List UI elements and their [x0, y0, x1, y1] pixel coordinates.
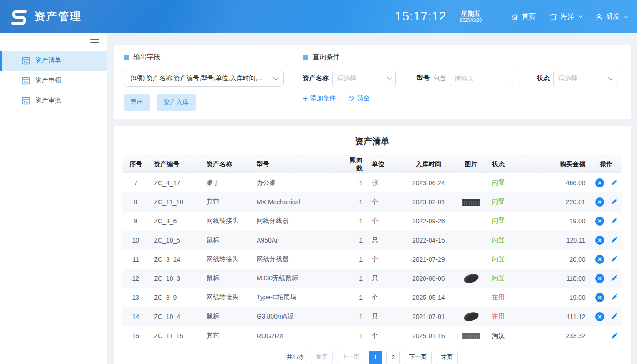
add-condition-label: 添加条件 — [310, 94, 336, 102]
chevron-down-icon — [273, 75, 278, 80]
home-icon — [511, 13, 519, 20]
cell-book_qty: 1 — [340, 288, 368, 307]
date-block: 星期五 2025/6/20 — [460, 10, 482, 23]
status-badge: 在用 — [492, 293, 505, 301]
edit-button[interactable] — [611, 256, 617, 263]
cell-model: A950Air — [252, 231, 340, 250]
asset-table-body: 7ZC_4_17桌子办公桌1张2023-06-24闲置466.00×8ZC_11… — [122, 173, 622, 345]
edit-button[interactable] — [611, 333, 617, 339]
status-badge: 在用 — [492, 313, 505, 320]
cell-asset_no: ZC_10_4 — [150, 307, 202, 326]
collapse-menu-icon[interactable] — [90, 37, 99, 47]
table-row: 15ZC_11_15其它ROG2RX1个2025-01-16淘汰233.32 — [122, 326, 622, 345]
asset-inbound-button[interactable]: 资产入库 — [157, 94, 196, 111]
cell-asset_no: ZC_3_14 — [150, 250, 202, 269]
mouse-image — [463, 272, 480, 284]
edit-button[interactable] — [611, 237, 617, 243]
pagination-prev-button: 上一页 — [337, 351, 364, 364]
pagination-next-button[interactable]: 下一页 — [404, 351, 432, 364]
cell-in_date: 2023-06-24 — [402, 173, 455, 192]
cell-unit: 个 — [367, 250, 402, 269]
edit-button[interactable] — [611, 275, 617, 282]
delete-button[interactable]: × — [595, 293, 604, 302]
cell-asset_name: 鼠标 — [202, 307, 252, 326]
delete-button[interactable]: × — [595, 274, 604, 283]
table-row: 10ZC_10_5鼠标A950Air1只2022-04-15闲置120.11× — [122, 231, 622, 250]
clear-button[interactable]: 清空 — [348, 94, 370, 102]
cell-image — [455, 192, 488, 212]
cell-asset_name: 网线转接头 — [202, 212, 252, 231]
status-select[interactable]: 请选择 — [553, 71, 617, 86]
edit-button[interactable] — [611, 217, 617, 224]
delete-button[interactable]: × — [595, 217, 604, 226]
table-row: 14ZC_10_4鼠标G3 800mA版1只2021-07-01在用111.12… — [122, 307, 622, 326]
nav-org-label: 海洋 — [561, 12, 574, 21]
delete-button[interactable]: × — [595, 178, 604, 187]
chevron-down-icon — [578, 14, 583, 18]
cell-unit: 个 — [367, 192, 402, 212]
sidebar-item-asset-claim[interactable]: 资产申领 — [0, 71, 107, 91]
cell-in_date: 2023-02-01 — [402, 192, 455, 212]
clock-divider — [453, 9, 453, 25]
output-fields-select-value: (9项) 资产名称,资产编号,型号,单位,入库时间,... — [131, 74, 273, 82]
edit-button[interactable] — [611, 313, 617, 320]
cell-actions: × — [590, 212, 623, 231]
cell-book_qty: 1 — [340, 212, 368, 231]
cell-model: G3 800mA版 — [252, 307, 340, 326]
cell-status: 闲置 — [487, 192, 542, 212]
date-label: 2025/6/20 — [460, 17, 482, 23]
chevron-down-icon — [608, 75, 613, 80]
cell-model: MX Mechanical — [252, 192, 340, 212]
export-button[interactable]: 导出 — [124, 94, 150, 111]
sidebar-item-label: 资产清单 — [35, 56, 61, 65]
edit-button[interactable] — [611, 198, 617, 205]
status-badge: 闲置 — [492, 274, 505, 282]
sidebar-menu: 资产清单 资产申领 资产审批 — [0, 51, 107, 111]
delete-button[interactable]: × — [595, 197, 604, 207]
column-header-asset_name: 资产名称 — [202, 155, 252, 173]
pagination-page-1[interactable]: 1 — [369, 351, 382, 364]
edit-button[interactable] — [611, 294, 617, 301]
cell-image — [455, 269, 488, 288]
output-fields-select[interactable]: (9项) 资产名称,资产编号,型号,单位,入库时间,... — [124, 70, 284, 87]
asset-table: 序号资产编号资产名称型号账面数单位入库时间图片状态购买金额操作 7ZC_4_17… — [122, 155, 622, 345]
table-title: 资产清单 — [122, 136, 622, 147]
cell-actions: × — [590, 192, 623, 212]
asset-name-select[interactable]: 请选择 — [332, 71, 396, 86]
cell-actions: × — [590, 269, 623, 288]
table-row: 13ZC_3_9网线转接头Type-C拓展坞1个2025-05-14在用19.0… — [122, 288, 622, 307]
cell-model: 网线分线器 — [252, 250, 340, 269]
cell-book_qty: 1 — [340, 326, 368, 345]
cell-status: 闲置 — [487, 250, 542, 269]
sidebar-item-asset-approval[interactable]: 资产审批 — [0, 91, 107, 111]
cell-actions: × — [590, 288, 623, 307]
cell-model: M330无线鼠标 — [252, 269, 340, 288]
cell-actions: × — [590, 231, 623, 250]
add-condition-button[interactable]: + 添加条件 — [303, 94, 336, 102]
model-input[interactable] — [450, 71, 513, 86]
delete-button[interactable]: × — [595, 255, 604, 264]
cell-index: 10 — [122, 231, 150, 250]
asset-list-icon — [22, 57, 30, 65]
delete-button[interactable]: × — [595, 236, 604, 245]
cell-image — [455, 173, 488, 192]
clear-brush-icon — [348, 95, 354, 102]
cell-index: 15 — [122, 326, 150, 345]
section-divider — [345, 57, 621, 57]
cell-amount: 19.00 — [542, 212, 590, 231]
sidebar-item-asset-list[interactable]: 资产清单 — [0, 51, 107, 71]
nav-home[interactable]: 首页 — [511, 12, 536, 21]
column-header-status: 状态 — [487, 155, 542, 173]
edit-button[interactable] — [611, 179, 617, 186]
cell-asset_name: 其它 — [202, 326, 252, 345]
chevron-down-icon — [624, 14, 628, 18]
pagination-last-button[interactable]: 末页 — [436, 351, 458, 364]
status-badge: 淘汰 — [492, 332, 505, 339]
delete-button[interactable]: × — [595, 312, 604, 321]
pagination-page-2[interactable]: 2 — [386, 351, 400, 364]
nav-org[interactable]: 海洋 — [549, 12, 581, 21]
cell-index: 8 — [122, 192, 150, 212]
cell-book_qty: 1 — [340, 269, 368, 288]
model-label: 型号 — [417, 74, 430, 82]
nav-user[interactable]: 研发 — [595, 12, 627, 21]
